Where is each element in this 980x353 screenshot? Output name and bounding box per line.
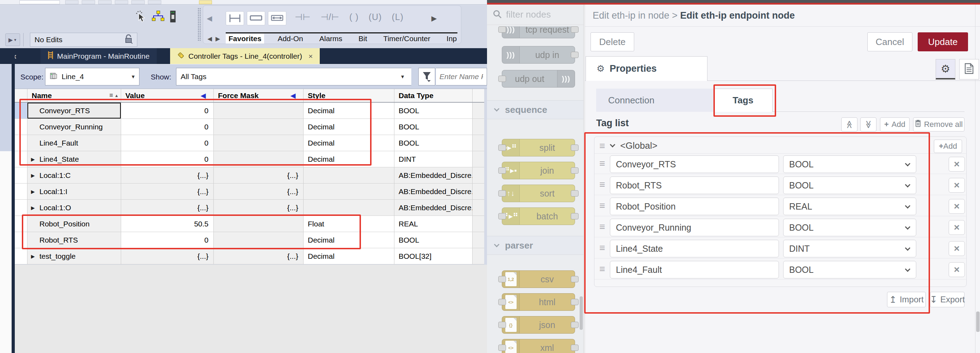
palette-node-html[interactable]: <>html (502, 293, 575, 311)
collapse-chevron-icon[interactable] (610, 142, 616, 148)
column-header-data-type[interactable]: Data Type (395, 89, 473, 102)
input-port[interactable] (498, 144, 506, 151)
input-port[interactable] (498, 213, 506, 219)
table-row[interactable]: ▶Local:1:I{...}{...}AB:Embedded_Discre..… (15, 184, 484, 200)
add-tag-button[interactable]: +Add (880, 117, 910, 131)
tag-value-cell[interactable]: {...} (121, 200, 214, 215)
verify-dropdown-button[interactable]: ▶▼ (5, 33, 20, 46)
style-cell[interactable]: Float (304, 216, 395, 232)
drag-handle-icon[interactable]: ≡ (599, 180, 605, 190)
coil-icon[interactable]: ( ) (349, 12, 359, 22)
force-mask-cell[interactable] (214, 232, 304, 248)
input-port[interactable] (498, 26, 506, 33)
output-port[interactable] (571, 299, 579, 305)
palette-category-sequence[interactable]: sequence (487, 100, 584, 119)
style-cell[interactable] (304, 200, 395, 215)
node-description-button[interactable] (959, 59, 979, 79)
tag-name-input[interactable] (610, 155, 779, 173)
coil-unlatch-icon[interactable]: (U) (369, 12, 382, 22)
drag-handle-icon[interactable]: ≡ (599, 141, 605, 151)
scroll-left-icon[interactable]: ◀ (207, 14, 212, 22)
coil-latch-icon[interactable]: (L) (391, 12, 404, 22)
properties-tab[interactable]: ⚙ Properties (585, 56, 708, 81)
data-type-cell[interactable]: AB:Embedded_Discre... (395, 184, 473, 199)
toolbar-button-stub[interactable] (148, 0, 161, 4)
column-header-value[interactable]: Value◀ (121, 89, 214, 102)
tag-value-cell[interactable]: {...} (121, 184, 214, 199)
drag-handle-icon[interactable]: ≡ (599, 201, 605, 211)
input-port[interactable] (498, 345, 506, 351)
table-row[interactable]: Line4_Fault0DecimalBOOL (15, 135, 484, 151)
force-mask-cell[interactable] (214, 103, 304, 119)
delete-button[interactable]: Delete (590, 32, 634, 51)
palette-node-split[interactable]: ▪▸⠛split (502, 139, 575, 157)
row-selector[interactable] (15, 167, 27, 183)
toolbar-combo-stub[interactable] (19, 0, 60, 4)
input-port[interactable] (498, 190, 506, 196)
controller-module-icon[interactable] (170, 11, 176, 24)
tag-value-cell[interactable]: {...} (121, 167, 214, 183)
row-selector[interactable] (15, 151, 27, 167)
palette-node-batch[interactable]: ⠛▸⠛batch (502, 207, 575, 225)
tag-name-cell[interactable]: ▶Local:1:I (27, 184, 121, 199)
expand-arrow-icon[interactable]: ▶ (31, 189, 35, 195)
tag-value-cell[interactable]: 50.5 (121, 216, 214, 232)
data-type-cell[interactable]: BOOL (395, 135, 473, 151)
tag-name-cell[interactable]: Robot_Position (27, 216, 121, 232)
output-port[interactable] (571, 322, 579, 328)
palette-node-tcp-request[interactable]: )))tcp request (502, 26, 575, 38)
tag-type-select[interactable]: BOOL (783, 155, 916, 173)
tag-group-header[interactable]: ≡ <Global> +Add (594, 138, 966, 154)
style-cell[interactable] (304, 167, 395, 183)
drag-handle-icon[interactable]: ≡ (599, 158, 605, 168)
style-cell[interactable]: Decimal (304, 135, 395, 151)
remove-tag-button[interactable]: × (949, 241, 965, 256)
show-select[interactable]: All Tags ▼ (176, 68, 411, 85)
tab-controller-tags[interactable]: Controller Tags - Line_4(controller) × (170, 48, 320, 64)
output-port[interactable] (571, 190, 579, 196)
sort-indicator-icon[interactable]: ≡▲ (110, 92, 119, 99)
tag-name-input[interactable] (610, 219, 779, 236)
toolbar-button-stub[interactable] (65, 0, 78, 4)
instruction-tab-inp[interactable]: Inp (444, 34, 460, 44)
force-mask-cell[interactable]: {...} (214, 200, 304, 215)
toolbar-button-stub[interactable] (82, 0, 95, 4)
row-selector[interactable] (15, 119, 27, 135)
input-port[interactable] (498, 76, 506, 82)
remove-tag-button[interactable]: × (949, 199, 965, 214)
tag-name-input[interactable] (610, 261, 779, 279)
tag-type-select[interactable]: DINT (783, 240, 916, 257)
remove-tag-button[interactable]: × (949, 262, 965, 277)
tag-name-cell[interactable]: Conveyor_RTS (27, 103, 121, 119)
remove-tag-button[interactable]: × (949, 157, 965, 172)
expand-arrow-icon[interactable]: ▶ (31, 157, 35, 162)
style-cell[interactable]: Decimal (304, 119, 395, 135)
data-type-cell[interactable]: BOOL[32] (395, 248, 473, 264)
row-selector[interactable] (15, 200, 27, 215)
data-type-cell[interactable]: REAL (395, 216, 473, 232)
column-header-style[interactable]: Style (304, 89, 395, 102)
tag-value-cell[interactable]: 0 (121, 151, 214, 167)
table-row[interactable]: ▶Local:1:O{...}{...}AB:Embedded_Discre..… (15, 200, 484, 216)
drag-handle-icon[interactable]: ≡ (599, 264, 605, 274)
output-port[interactable] (571, 276, 579, 282)
row-selector[interactable] (15, 232, 27, 248)
tag-value-cell[interactable]: 0 (121, 135, 214, 151)
table-row[interactable]: ▶Local:1:C{...}{...}AB:Embedded_Discre..… (15, 167, 484, 184)
tag-value-cell[interactable]: {...} (121, 248, 214, 264)
scroll-right-icon[interactable]: ▶ (431, 14, 437, 22)
style-cell[interactable]: Decimal (304, 248, 395, 264)
table-row[interactable]: ▶Line4_State0DecimalDINT (15, 151, 484, 167)
style-cell[interactable]: Decimal (304, 232, 395, 248)
output-port[interactable] (571, 167, 579, 174)
output-port[interactable] (571, 52, 579, 58)
instruction-tab-bit[interactable]: Bit (356, 34, 370, 44)
input-port[interactable] (498, 322, 506, 328)
style-cell[interactable] (304, 184, 395, 199)
data-type-cell[interactable]: DINT (395, 151, 473, 167)
palette-node-udp-in[interactable]: )))udp in (502, 46, 575, 63)
tab-mainprogram-mainroutine[interactable]: MainProgram - MainRoutine (40, 48, 157, 64)
close-tab-icon[interactable]: × (309, 52, 313, 60)
data-type-cell[interactable]: BOOL (395, 232, 473, 248)
expand-arrow-icon[interactable]: ▶ (31, 173, 35, 178)
